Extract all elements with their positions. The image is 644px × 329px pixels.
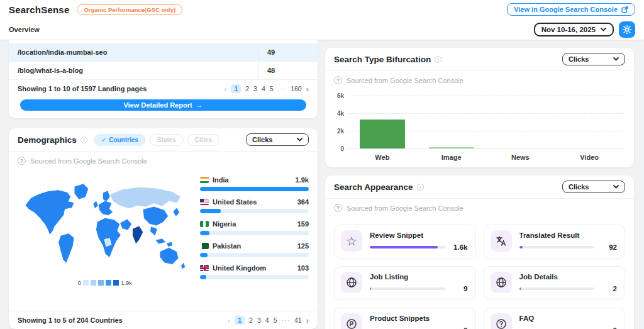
chevron-down-icon [297, 138, 303, 142]
date-range-selector[interactable]: Nov 10-16, 2025 [534, 23, 614, 36]
landing-pages-card: /location/india-mumbai-seo 49 /blog/what… [9, 40, 318, 118]
page-number[interactable]: 1 [231, 84, 241, 93]
page-number[interactable]: 3 [253, 85, 257, 92]
tab-cities[interactable]: Cities [187, 134, 219, 146]
source-note: ? Sourced from Google Search Console [9, 152, 318, 170]
landing-pages-pagination: ‹ 1 2 3 4 5 ··· 160 › [224, 84, 309, 93]
clicks-value: 49 [258, 43, 318, 61]
page-number[interactable]: 41 [294, 316, 302, 324]
view-in-gsc-button[interactable]: View in Google Search Console [507, 3, 635, 16]
pagination-ellipsis: ··· [278, 85, 287, 92]
list-item[interactable]: United States 364 [200, 198, 309, 213]
country-bar [200, 187, 309, 191]
country-bar [200, 275, 206, 279]
settings-button[interactable] [619, 21, 635, 38]
bar-image[interactable] [429, 147, 474, 148]
chevron-down-icon [601, 28, 606, 31]
organic-performance-badge: Organic Performance(GSC only) [77, 4, 182, 15]
list-item[interactable]: India 1.9k [200, 176, 309, 191]
clicks-value: 48 [258, 62, 318, 79]
translate-icon [491, 230, 512, 252]
page-number[interactable]: 2 [245, 85, 249, 92]
country-list: India 1.9k United States 364 [192, 172, 309, 306]
appearance-tile-review-snippet[interactable]: ☆ Review Snippet 1.6k [334, 225, 476, 259]
date-range-label: Nov 10-16, 2025 [541, 26, 596, 33]
main-content: /location/india-mumbai-seo 49 /blog/what… [0, 40, 644, 329]
product-icon [341, 313, 362, 329]
pakistan-flag-icon [200, 243, 209, 249]
bar-web[interactable] [360, 120, 405, 148]
appearance-tile-translated-result[interactable]: Translated Result 92 [484, 225, 626, 259]
star-icon: ☆ [341, 230, 362, 252]
country-bar [200, 253, 208, 257]
tab-states[interactable]: States [150, 134, 184, 146]
prev-page-icon[interactable]: ‹ [228, 316, 230, 325]
table-row[interactable]: /location/india-mumbai-seo 49 [9, 43, 318, 62]
world-map[interactable] [19, 172, 191, 278]
countries-pagination: ‹ 1 2 3 4 5 ··· 41 › [228, 316, 309, 325]
next-page-icon[interactable]: › [306, 316, 309, 325]
india-flag-icon [200, 177, 209, 183]
page-number[interactable]: 4 [265, 316, 269, 324]
appearance-tile-product-snippets[interactable]: Product Snippets 0 [334, 308, 476, 329]
pagination-ellipsis: ··· [281, 316, 290, 324]
demographics-card: Demographics i ✓ Countries States Cities [9, 128, 318, 329]
search-type-title: Search Type Bifurcation [334, 55, 431, 64]
countries-summary: Showing 1 to 5 of 204 Countries [18, 316, 123, 324]
legend-swatch [98, 280, 104, 286]
legend-max: 1.9k [121, 279, 132, 286]
list-item[interactable]: Pakistan 125 [200, 242, 309, 257]
view-in-gsc-label: View in Google Search Console [514, 6, 618, 13]
check-icon: ✓ [101, 137, 106, 143]
appearance-tiles: ☆ Review Snippet 1.6k [325, 217, 634, 329]
legend-swatch [83, 280, 89, 286]
arrow-right-icon: → [196, 101, 203, 109]
page-number[interactable]: 3 [257, 316, 261, 324]
page-number[interactable]: 160 [291, 85, 302, 92]
page-number[interactable]: 4 [262, 85, 265, 92]
demographics-metric-select[interactable]: Clicks [246, 133, 309, 146]
country-value: 159 [297, 220, 309, 228]
list-item[interactable]: United Kingdom 103 [200, 264, 309, 279]
question-circle-icon: ? [334, 204, 342, 212]
next-page-icon[interactable]: › [306, 85, 309, 93]
info-icon: i [417, 184, 424, 191]
info-icon: i [435, 56, 441, 63]
chevron-down-icon [613, 185, 619, 189]
faq-icon [491, 313, 512, 329]
usa-flag-icon [200, 199, 209, 205]
source-note: ? Sourced from Google Search Console [325, 71, 634, 89]
page-number[interactable]: 2 [249, 316, 253, 324]
prev-page-icon[interactable]: ‹ [224, 85, 226, 93]
table-row[interactable]: /blog/what-is-a-blog 48 [9, 62, 318, 80]
y-axis: 6k 4k 2k 0 [330, 96, 348, 148]
source-note: ? Sourced from Google Search Console [325, 199, 634, 217]
search-type-card: Search Type Bifurcation i Clicks ? Sourc… [325, 48, 634, 167]
bar-chart: 6k 4k 2k 0 [325, 89, 634, 150]
legend-swatch [91, 280, 96, 286]
tab-countries[interactable]: ✓ Countries [94, 134, 146, 146]
appearance-tile-job-details[interactable]: Job Details 2 [484, 266, 626, 300]
country-value: 103 [297, 264, 309, 272]
view-detailed-report-button[interactable]: View Detailed Report → [20, 99, 306, 111]
search-appearance-metric-select[interactable]: Clicks [562, 181, 625, 193]
left-column: /location/india-mumbai-seo 49 /blog/what… [9, 40, 318, 329]
search-type-metric-select[interactable]: Clicks [562, 53, 625, 65]
globe-icon [491, 272, 512, 293]
gear-icon [623, 25, 631, 34]
page-number[interactable]: 5 [270, 85, 274, 92]
legend-swatch [106, 280, 111, 286]
external-link-icon [621, 6, 628, 13]
page-number[interactable]: 1 [235, 316, 245, 325]
chevron-down-icon [613, 57, 619, 61]
tab-overview[interactable]: Overview [9, 26, 40, 33]
country-value: 125 [297, 242, 309, 250]
search-appearance-card: Search Appearance i Clicks ? Sourced fro… [325, 176, 634, 329]
top-bar: SearchSense Organic Performance(GSC only… [0, 0, 644, 19]
appearance-tile-job-listing[interactable]: Job Listing 9 [334, 266, 476, 300]
appearance-tile-faq[interactable]: FAQ 0 [484, 308, 626, 329]
globe-icon [341, 272, 362, 293]
sub-bar: Overview Nov 10-16, 2025 [0, 19, 644, 40]
page-number[interactable]: 5 [274, 316, 277, 324]
list-item[interactable]: Nigeria 159 [200, 220, 309, 235]
